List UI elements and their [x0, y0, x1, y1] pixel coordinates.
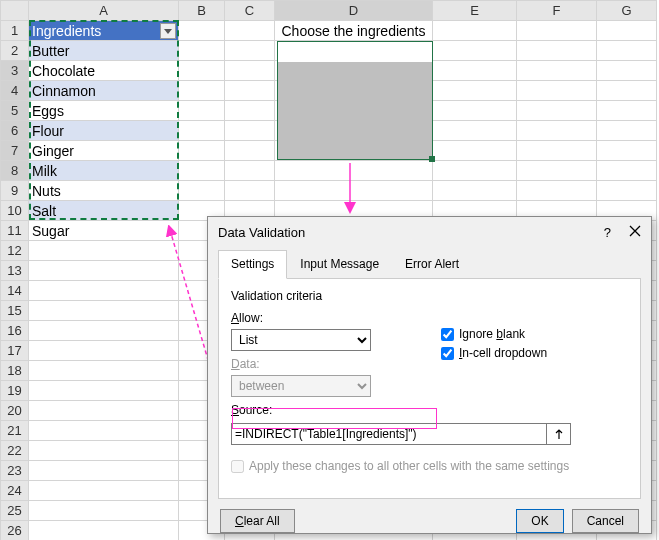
tab-input-message[interactable]: Input Message — [287, 250, 392, 278]
data-label: Data: — [231, 357, 421, 371]
row-header[interactable]: 21 — [1, 421, 29, 441]
help-button[interactable]: ? — [604, 225, 611, 240]
col-header[interactable]: A — [29, 1, 179, 21]
row-header[interactable]: 20 — [1, 401, 29, 421]
row-header[interactable]: 1 — [1, 21, 29, 41]
row-header[interactable]: 16 — [1, 321, 29, 341]
row-header[interactable]: 26 — [1, 521, 29, 541]
range-picker-icon[interactable] — [547, 423, 571, 445]
source-input[interactable] — [231, 423, 547, 445]
tab-settings[interactable]: Settings — [218, 250, 287, 279]
ok-button[interactable]: OK — [516, 509, 563, 533]
row-header[interactable]: 13 — [1, 261, 29, 281]
criteria-group-label: Validation criteria — [231, 289, 628, 303]
row-header[interactable]: 23 — [1, 461, 29, 481]
ignore-blank-checkbox[interactable] — [441, 328, 454, 341]
apply-all-checkbox — [231, 460, 244, 473]
row-header[interactable]: 5 — [1, 101, 29, 121]
row-header[interactable]: 14 — [1, 281, 29, 301]
row-header[interactable]: 24 — [1, 481, 29, 501]
row-header[interactable]: 6 — [1, 121, 29, 141]
table-row[interactable]: Butter — [29, 41, 179, 61]
col-header[interactable]: B — [179, 1, 225, 21]
settings-panel: Validation criteria Allow: List Data: be… — [218, 279, 641, 499]
row-header[interactable]: 17 — [1, 341, 29, 361]
table-row[interactable]: Sugar — [29, 221, 179, 241]
table-header-label: Ingredients — [32, 23, 101, 39]
dialog-titlebar[interactable]: Data Validation ? — [208, 217, 651, 248]
table-row[interactable]: Chocolate — [29, 61, 179, 81]
col-header[interactable]: E — [433, 1, 517, 21]
row-header[interactable]: 22 — [1, 441, 29, 461]
data-select: between — [231, 375, 371, 397]
row-header[interactable]: 8 — [1, 161, 29, 181]
table-row[interactable]: Cinnamon — [29, 81, 179, 101]
row-header[interactable]: 4 — [1, 81, 29, 101]
data-validation-dialog: Data Validation ? Settings Input Message… — [207, 216, 652, 534]
clear-all-button[interactable]: Clear All — [220, 509, 295, 533]
col-header[interactable]: F — [517, 1, 597, 21]
col-header[interactable]: G — [597, 1, 657, 21]
row-header[interactable]: 19 — [1, 381, 29, 401]
row-header[interactable]: 7 — [1, 141, 29, 161]
table-row[interactable]: Eggs — [29, 101, 179, 121]
row-header[interactable]: 2 — [1, 41, 29, 61]
ignore-blank-check[interactable]: Ignore blank — [441, 327, 547, 341]
row-header[interactable]: 12 — [1, 241, 29, 261]
row-header[interactable]: 18 — [1, 361, 29, 381]
table-row[interactable]: Flour — [29, 121, 179, 141]
cell[interactable] — [433, 21, 517, 41]
apply-all-check: Apply these changes to all other cells w… — [231, 459, 628, 473]
apply-all-label: Apply these changes to all other cells w… — [249, 459, 569, 473]
dialog-title: Data Validation — [218, 225, 305, 240]
tab-error-alert[interactable]: Error Alert — [392, 250, 472, 278]
row-header[interactable]: 9 — [1, 181, 29, 201]
row-header[interactable]: 25 — [1, 501, 29, 521]
cell[interactable] — [517, 21, 597, 41]
incell-dropdown-checkbox[interactable] — [441, 347, 454, 360]
table-row[interactable]: Milk — [29, 161, 179, 181]
filter-dropdown-icon[interactable] — [160, 23, 176, 39]
choose-title-cell[interactable]: Choose the ingredients — [275, 21, 433, 41]
col-header[interactable]: C — [225, 1, 275, 21]
allow-label: Allow: — [231, 311, 421, 325]
row-header[interactable]: 11 — [1, 221, 29, 241]
close-icon[interactable] — [629, 225, 641, 240]
source-label: Source: — [231, 403, 421, 417]
cell[interactable] — [225, 21, 275, 41]
dialog-tabs: Settings Input Message Error Alert — [218, 250, 641, 279]
table-row[interactable]: Ginger — [29, 141, 179, 161]
row-header[interactable]: 15 — [1, 301, 29, 321]
cell[interactable] — [179, 21, 225, 41]
cell[interactable] — [597, 21, 657, 41]
col-header[interactable]: D — [275, 1, 433, 21]
row-header[interactable]: 3 — [1, 61, 29, 81]
cancel-button[interactable]: Cancel — [572, 509, 639, 533]
table-header-cell[interactable]: Ingredients — [29, 21, 179, 41]
allow-select[interactable]: List — [231, 329, 371, 351]
row-header[interactable]: 10 — [1, 201, 29, 221]
table-row[interactable]: Nuts — [29, 181, 179, 201]
incell-dropdown-check[interactable]: In-cell dropdown — [441, 346, 547, 360]
table-row[interactable]: Salt — [29, 201, 179, 221]
